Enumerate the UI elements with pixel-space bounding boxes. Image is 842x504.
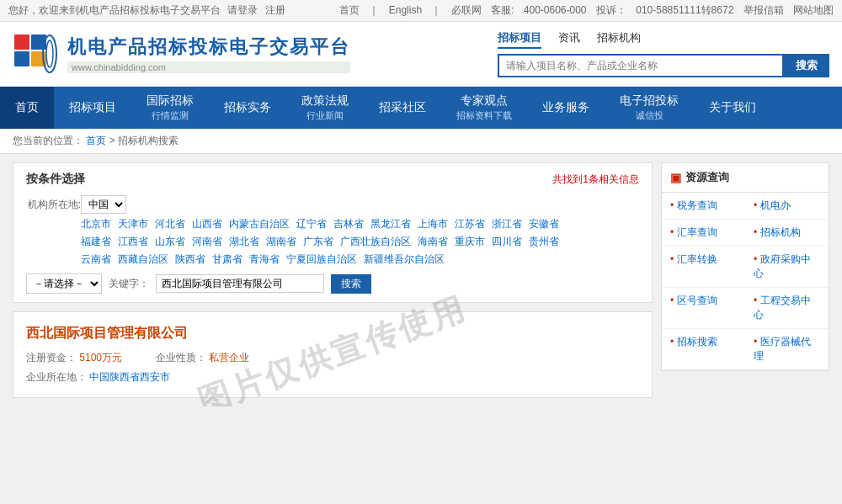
region-chongqing[interactable]: 重庆市 xyxy=(455,235,485,249)
header-search-button[interactable]: 搜索 xyxy=(784,54,829,77)
login-link[interactable]: 请登录 xyxy=(227,4,258,16)
nav-item-expert[interactable]: 专家观点 招标资料下载 xyxy=(441,87,527,129)
mailbox-link[interactable]: 举报信箱 xyxy=(743,4,784,16)
nav-item-international[interactable]: 国际招标 行情监测 xyxy=(131,87,209,129)
resource-gov-procurement-link[interactable]: 政府采购中心 xyxy=(754,253,811,279)
nav-item-service[interactable]: 业务服务 xyxy=(527,87,605,129)
resource-engineering-link[interactable]: 工程交易中心 xyxy=(754,294,811,321)
tab-agency[interactable]: 招标机构 xyxy=(597,30,641,49)
region-qinghai[interactable]: 青海省 xyxy=(249,252,280,267)
resource-mechanic[interactable]: 机电办 xyxy=(745,193,829,220)
home-link[interactable]: 首页 xyxy=(339,4,360,16)
resource-panel: ▣ 资源查询 税务查询 机电办 汇率查询 招标机构 汇率转换 政府采购中心 区号… xyxy=(661,162,829,371)
resource-bidding-org-link[interactable]: 招标机构 xyxy=(760,226,801,238)
resource-exchange-convert[interactable]: 汇率转换 xyxy=(662,247,745,288)
region-yunnan[interactable]: 云南省 xyxy=(81,252,111,267)
region-gansu[interactable]: 甘肃省 xyxy=(212,252,242,267)
region-shanghai[interactable]: 上海市 xyxy=(418,217,448,231)
region-guangxi[interactable]: 广西壮族自治区 xyxy=(340,235,411,249)
breadcrumb-home[interactable]: 首页 xyxy=(86,135,106,146)
type-dropdown[interactable]: －请选择－ xyxy=(26,273,102,294)
complaint-phone: 010-58851111转8672 xyxy=(636,4,733,16)
resource-engineering[interactable]: 工程交易中心 xyxy=(745,288,829,329)
nav-item-home[interactable]: 首页 xyxy=(0,87,54,129)
resource-bidding-org[interactable]: 招标机构 xyxy=(745,220,829,247)
logo-url: www.chinabidding.com xyxy=(67,61,350,73)
breadcrumb-current: 招标机构搜索 xyxy=(118,135,179,146)
resource-medical-link[interactable]: 医疗器械代理 xyxy=(754,336,811,362)
region-shanxi[interactable]: 山西省 xyxy=(192,217,222,231)
logo-area: 机电产品招标投标电子交易平台 www.chinabidding.com xyxy=(13,33,350,75)
region-guizhou[interactable]: 贵州省 xyxy=(529,235,559,249)
header-tabs: 招标项目 资讯 招标机构 xyxy=(498,30,641,49)
nav-item-community[interactable]: 招采社区 xyxy=(364,87,441,129)
region-jiangxi[interactable]: 江西省 xyxy=(118,235,148,249)
svg-rect-0 xyxy=(14,34,29,50)
nav-label-service: 业务服务 xyxy=(542,100,589,115)
region-dropdown[interactable]: 中国 xyxy=(81,195,126,214)
resource-grid: 税务查询 机电办 汇率查询 招标机构 汇率转换 政府采购中心 区号查询 工程交易… xyxy=(662,193,829,370)
resource-exchange-link[interactable]: 汇率查询 xyxy=(677,226,717,238)
region-heilongjiang[interactable]: 黑龙江省 xyxy=(370,217,411,231)
resource-exchange-convert-link[interactable]: 汇率转换 xyxy=(677,253,717,265)
nav-sub-electronic: 诚信投 xyxy=(636,109,663,122)
region-shandong[interactable]: 山东省 xyxy=(155,235,185,249)
greeting-text: 您好，欢迎来到机电产品招标投标电子交易平台 xyxy=(8,4,221,16)
region-liaoning[interactable]: 辽宁省 xyxy=(296,217,327,231)
region-hebei[interactable]: 河北省 xyxy=(155,217,185,231)
resource-tax-link[interactable]: 税务查询 xyxy=(677,199,717,211)
tab-news[interactable]: 资讯 xyxy=(558,30,580,49)
english-link[interactable]: English xyxy=(389,4,422,16)
top-bar-left: 您好，欢迎来到机电产品招标投标电子交易平台 请登录 注册 xyxy=(8,3,285,18)
company-name[interactable]: 西北国际项目管理有限公司 xyxy=(26,325,639,342)
nav-item-electronic[interactable]: 电子招投标 诚信投 xyxy=(605,87,694,129)
region-jilin[interactable]: 吉林省 xyxy=(333,217,364,231)
region-beijing[interactable]: 北京市 xyxy=(81,217,111,231)
region-fujian[interactable]: 福建省 xyxy=(81,235,111,249)
region-xizang[interactable]: 西藏自治区 xyxy=(118,252,168,267)
resource-area-code[interactable]: 区号查询 xyxy=(662,288,745,329)
nav-label-project: 招标项目 xyxy=(69,100,116,115)
count-suffix: 条相关信息 xyxy=(589,173,639,185)
resource-bid-search[interactable]: 招标搜索 xyxy=(662,329,745,370)
required-link[interactable]: 必联网 xyxy=(451,4,482,16)
resource-panel-title: ▣ 资源查询 xyxy=(662,163,829,193)
region-hubei[interactable]: 湖北省 xyxy=(229,235,259,249)
region-neimenggu[interactable]: 内蒙古自治区 xyxy=(229,217,290,231)
register-link[interactable]: 注册 xyxy=(265,4,285,16)
keyword-search-button[interactable]: 搜索 xyxy=(331,274,371,294)
nav-item-practice[interactable]: 招标实务 xyxy=(209,87,286,129)
resource-mechanic-link[interactable]: 机电办 xyxy=(760,199,791,211)
nav-label-practice: 招标实务 xyxy=(224,100,271,115)
resource-gov-procurement[interactable]: 政府采购中心 xyxy=(745,247,829,288)
resource-area-code-link[interactable]: 区号查询 xyxy=(677,294,717,306)
region-henan[interactable]: 河南省 xyxy=(192,235,222,249)
nav-item-about[interactable]: 关于我们 xyxy=(694,87,771,129)
nav-item-project[interactable]: 招标项目 xyxy=(54,87,131,129)
header-search-bar: 搜索 xyxy=(498,54,829,77)
region-tianjin[interactable]: 天津市 xyxy=(118,217,148,231)
region-hainan[interactable]: 海南省 xyxy=(418,235,448,249)
nav-label-expert: 专家观点 xyxy=(461,93,508,109)
region-zhejiang[interactable]: 浙江省 xyxy=(492,217,522,231)
region-shaanxi[interactable]: 陕西省 xyxy=(175,252,205,267)
nav-item-policy[interactable]: 政策法规 行业新闻 xyxy=(286,87,364,129)
resource-tax[interactable]: 税务查询 xyxy=(662,193,745,220)
region-ningxia[interactable]: 宁夏回族自治区 xyxy=(286,252,357,267)
panel-title: 按条件选择 xyxy=(26,172,85,187)
header-search-input[interactable] xyxy=(498,54,784,77)
resource-exchange[interactable]: 汇率查询 xyxy=(662,220,745,247)
region-xinjiang[interactable]: 新疆维吾尔自治区 xyxy=(364,252,445,267)
keyword-input[interactable] xyxy=(156,274,324,293)
sitemap-link[interactable]: 网站地图 xyxy=(793,4,834,16)
logo-icon xyxy=(13,33,59,75)
tab-project[interactable]: 招标项目 xyxy=(498,30,541,49)
nature-item: 企业性质： 私营企业 xyxy=(156,351,249,365)
region-anhui[interactable]: 安徽省 xyxy=(529,217,559,231)
resource-bid-search-link[interactable]: 招标搜索 xyxy=(677,336,717,347)
region-hunan[interactable]: 湖南省 xyxy=(266,235,296,249)
resource-medical[interactable]: 医疗器械代理 xyxy=(745,329,829,370)
region-jiangsu[interactable]: 江苏省 xyxy=(455,217,485,231)
region-sichuan[interactable]: 四川省 xyxy=(492,235,522,249)
region-guangdong[interactable]: 广东省 xyxy=(303,235,333,249)
